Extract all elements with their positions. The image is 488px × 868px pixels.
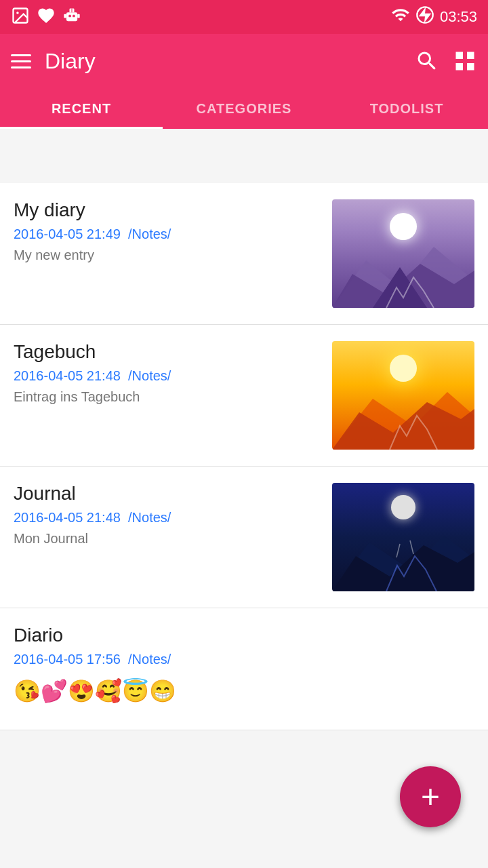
add-entry-button[interactable]: + [400,766,461,827]
status-icons-right: 03:53 [391,5,477,28]
status-time: 03:53 [440,8,477,26]
mountain-decoration [332,233,474,308]
entry-thumbnail [332,341,474,450]
bolt-icon [415,5,434,28]
entry-thumbnail [332,483,474,591]
tab-bar: RECENT CATEGORIES TODOLIST [0,88,488,129]
search-button[interactable] [415,49,439,73]
entry-path: /Notes/ [128,510,171,525]
entry-content: Journal 2016-04-05 21:48 /Notes/ Mon Jou… [14,483,332,591]
list-item[interactable]: My diary 2016-04-05 21:49 /Notes/ My new… [0,183,488,325]
entry-preview: My new entry [14,248,321,263]
entry-date: 2016-04-05 21:49 [14,226,121,241]
heart-icon [37,6,56,28]
entry-preview: Eintrag ins Tagebuch [14,389,321,405]
entry-title: My diary [14,199,321,221]
status-icons-left [11,6,81,28]
entry-path: /Notes/ [128,368,171,383]
svg-rect-4 [73,15,75,18]
entry-path: /Notes/ [128,652,171,667]
entry-date: 2016-04-05 21:48 [14,510,121,525]
entry-content: Diario 2016-04-05 17:56 /Notes/ 😘💕😍🥰😇😁 [14,625,474,704]
moon-decoration [391,495,415,519]
entry-thumbnail [332,199,474,308]
entry-meta: 2016-04-05 21:48 /Notes/ [14,368,321,384]
status-bar: 03:53 [0,0,488,34]
entry-meta: 2016-04-05 21:48 /Notes/ [14,510,321,526]
grid-view-button[interactable] [453,49,477,73]
list-item[interactable]: Diario 2016-04-05 17:56 /Notes/ 😘💕😍🥰😇😁 [0,608,488,730]
entry-path: /Notes/ [128,226,171,241]
svg-line-18 [410,540,413,554]
entry-meta: 2016-04-05 21:49 /Notes/ [14,226,321,242]
list-item[interactable]: Tagebuch 2016-04-05 21:48 /Notes/ Eintra… [0,325,488,467]
svg-line-17 [396,544,400,557]
tab-todolist[interactable]: TODOLIST [325,88,488,129]
entry-content: My diary 2016-04-05 21:49 /Notes/ My new… [14,199,332,308]
entry-date: 2016-04-05 17:56 [14,652,121,667]
list-spacer [0,129,488,183]
mountain-decoration [332,517,474,591]
entry-content: Tagebuch 2016-04-05 21:48 /Notes/ Eintra… [14,341,332,450]
entry-title: Journal [14,483,321,505]
entry-date: 2016-04-05 21:48 [14,368,121,383]
entry-meta: 2016-04-05 17:56 /Notes/ [14,652,464,667]
add-icon: + [421,781,440,813]
app-title: Diary [45,49,401,74]
tab-categories[interactable]: CATEGORIES [163,88,325,129]
svg-rect-8 [77,14,80,18]
diary-list: My diary 2016-04-05 21:49 /Notes/ My new… [0,183,488,730]
entry-preview: Mon Journal [14,531,321,547]
tab-recent[interactable]: RECENT [0,88,163,129]
top-bar: Diary [0,34,488,88]
list-item[interactable]: Journal 2016-04-05 21:48 /Notes/ Mon Jou… [0,467,488,608]
robot-icon [62,6,81,28]
signal-icon [391,5,410,28]
top-bar-actions [415,49,477,73]
svg-rect-7 [64,14,66,18]
menu-button[interactable] [11,54,31,68]
svg-rect-3 [68,15,71,18]
entry-title: Diario [14,625,464,646]
image-icon [11,6,30,28]
entry-title: Tagebuch [14,341,321,363]
entry-emoji: 😘💕😍🥰😇😁 [14,678,464,704]
svg-point-1 [16,12,19,14]
mountain-decoration [332,375,474,450]
svg-rect-2 [66,12,77,21]
